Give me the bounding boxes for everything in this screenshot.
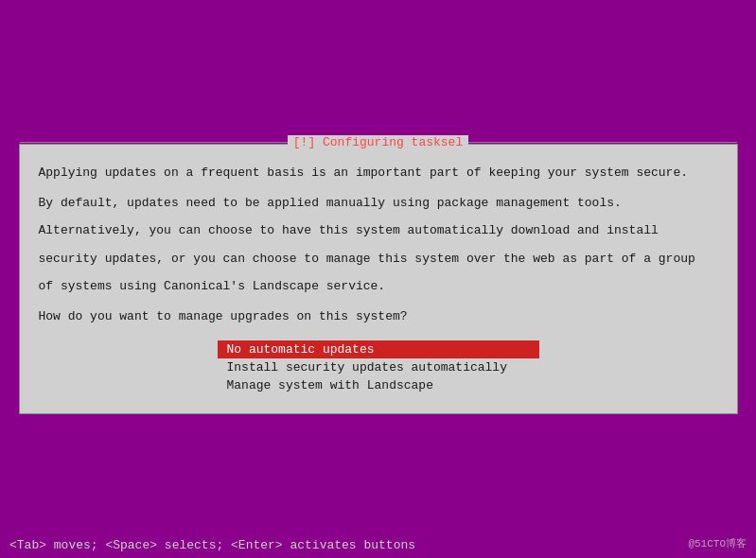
title-line-right	[468, 142, 736, 143]
option-manage-with-landscape[interactable]: Manage system with Landscape	[218, 376, 539, 394]
options-list: No automatic updates Install security up…	[39, 340, 718, 394]
paragraph-3: How do you want to manage upgrades on th…	[39, 307, 718, 326]
dialog-title-bar: [!] Configuring tasksel	[20, 135, 737, 149]
dialog-box: [!] Configuring tasksel Applying updates…	[19, 144, 738, 414]
option-no-automatic-updates[interactable]: No automatic updates	[218, 340, 539, 358]
title-line-left	[20, 142, 288, 143]
status-bar-text: <Tab> moves; <Space> selects; <Enter> ac…	[9, 538, 415, 552]
paragraph-1: Applying updates on a frequent basis is …	[39, 164, 718, 183]
dialog-title: [!] Configuring tasksel	[288, 135, 468, 149]
watermark: @51CTO博客	[688, 536, 747, 550]
paragraph-2: By default, updates need to be applied m…	[39, 194, 718, 296]
option-install-security-updates[interactable]: Install security updates automatically	[218, 358, 539, 376]
status-bar: <Tab> moves; <Space> selects; <Enter> ac…	[0, 534, 756, 558]
dialog-content: Applying updates on a frequent basis is …	[20, 145, 737, 413]
